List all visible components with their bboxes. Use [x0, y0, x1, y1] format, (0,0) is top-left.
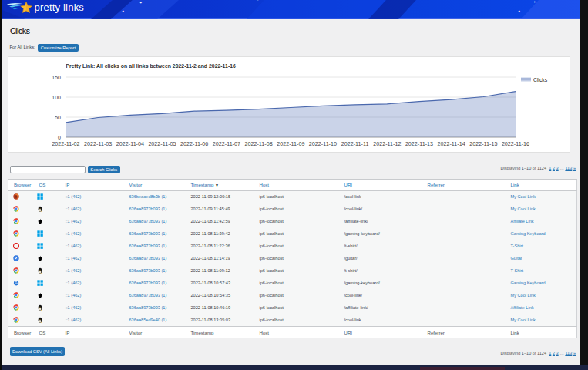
svg-text:150: 150	[52, 75, 61, 80]
svg-text:2022-11-04: 2022-11-04	[116, 140, 144, 147]
svg-text:0: 0	[58, 135, 61, 140]
svg-text:2022-11-06: 2022-11-06	[180, 140, 208, 147]
svg-text:2022-11-07: 2022-11-07	[213, 140, 240, 147]
svg-text:2022-11-10: 2022-11-10	[309, 140, 337, 147]
svg-text:2022-11-15: 2022-11-15	[469, 140, 497, 147]
svg-text:2022-11-05: 2022-11-05	[148, 140, 176, 147]
svg-text:2022-11-02: 2022-11-02	[52, 140, 79, 147]
svg-text:2022-11-14: 2022-11-14	[437, 140, 465, 147]
svg-text:2022-11-11: 2022-11-11	[341, 140, 369, 147]
svg-text:Clicks: Clicks	[533, 77, 548, 82]
svg-text:2022-11-03: 2022-11-03	[84, 140, 112, 147]
svg-text:2022-11-12: 2022-11-12	[373, 140, 401, 147]
svg-text:2022-11-09: 2022-11-09	[277, 140, 304, 147]
svg-text:2022-11-13: 2022-11-13	[405, 140, 433, 147]
svg-text:100: 100	[52, 95, 61, 100]
svg-text:Pretty Link: All clicks on all: Pretty Link: All clicks on all links bet…	[66, 63, 237, 69]
svg-text:50: 50	[55, 115, 61, 120]
svg-text:2022-11-16: 2022-11-16	[502, 140, 529, 147]
svg-text:2022-11-08: 2022-11-08	[244, 140, 272, 147]
